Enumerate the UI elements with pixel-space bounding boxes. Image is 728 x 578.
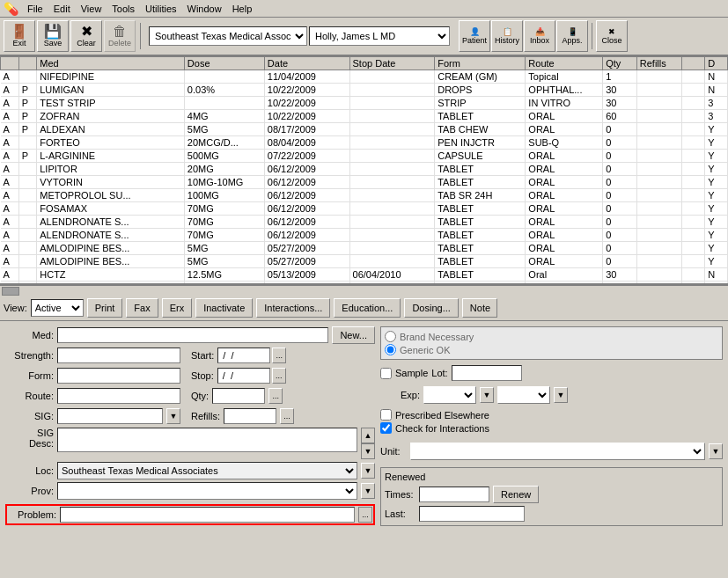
problem-picker[interactable]: ... [358,507,372,523]
table-cell: 70MG [184,202,264,216]
exp-month-dropdown[interactable]: ▼ [480,387,494,403]
table-row[interactable]: APALDEXAN5MG08/17/2009TAB CHEWORAL0Y [1,123,728,136]
delete-button[interactable]: 🗑 Delete [104,20,136,52]
menu-view[interactable]: View [76,3,107,15]
col-header-date[interactable]: Date [264,57,349,70]
times-input[interactable] [419,487,489,502]
med-input[interactable] [57,327,328,343]
medications-table-area[interactable]: Med Dose Date Stop Date Form Route Qty R… [0,56,728,285]
col-header-refills[interactable]: Refills [636,57,682,70]
provider-select[interactable]: Holly, James L MD [309,26,450,46]
lot-input[interactable] [452,365,522,381]
table-row[interactable]: AAMLODIPINE BES...5MG05/27/2009TABLETORA… [1,255,728,268]
sig-dropdown-btn[interactable]: ▼ [166,408,180,424]
exp-month-select[interactable] [423,386,476,404]
unit-dropdown-btn[interactable]: ▼ [709,443,723,459]
sig-desc-scroll-down[interactable]: ▼ [361,443,375,459]
col-header-d[interactable]: D [705,57,728,70]
stop-date-input[interactable] [217,368,270,384]
sample-checkbox[interactable] [380,368,392,379]
col-header-med[interactable]: Med [37,57,185,70]
prov-select[interactable] [57,482,357,500]
table-cell [682,216,705,229]
renew-button[interactable]: Renew [493,486,539,503]
sig-desc-scroll-up[interactable]: ▲ [361,428,375,443]
route-input[interactable] [57,388,180,404]
table-row[interactable]: APL-ARGININE500MG07/22/2009CAPSULEORAL0Y [1,150,728,163]
exp-year-select[interactable] [497,386,550,404]
table-row[interactable]: APTEST STRIP10/22/2009STRIPIN VITRO303 [1,97,728,110]
col-header-route[interactable]: Route [526,57,603,70]
table-row[interactable]: ANIFEDIPINE11/04/2009CREAM (GM)Topical1N [1,70,728,84]
prov-dropdown-btn[interactable]: ▼ [361,483,375,499]
note-button[interactable]: Note [462,298,497,318]
horizontal-scrollbar[interactable] [0,285,728,296]
start-date-picker[interactable]: ... [272,348,286,363]
table-row[interactable]: AHCTZ12.5MG05/13/200906/04/2010TABLETOra… [1,268,728,282]
menu-file[interactable]: File [22,3,48,15]
table-row[interactable]: ALIPITOR20MG06/12/2009TABLETORAL0Y [1,163,728,176]
refills-input[interactable] [224,408,276,424]
interactions-button[interactable]: Interactions... [256,298,330,318]
problem-input[interactable] [60,507,355,523]
sig-input[interactable] [57,408,163,424]
loc-dropdown-btn[interactable]: ▼ [361,463,375,479]
prescribed-elsewhere-checkbox[interactable] [380,409,392,421]
view-select[interactable]: Active Inactive All [31,299,84,317]
table-row[interactable]: APZOFRAN4MG10/22/2009TABLETORAL603 [1,110,728,123]
col-header-qty[interactable]: Qty [603,57,637,70]
inbox-button[interactable]: 📥 Inbox [524,20,555,52]
col-header-dose[interactable]: Dose [184,57,264,70]
stop-date-picker[interactable]: ... [272,368,286,384]
menu-tools[interactable]: Tools [107,3,140,15]
brand-necessary-radio[interactable] [385,331,396,342]
close-button[interactable]: ✖ Close [596,20,628,52]
qty-input[interactable] [212,388,265,404]
exit-button[interactable]: 🚪 Exit [4,20,35,52]
table-row[interactable]: AMETOPROLOL SU...100MG06/12/2009TAB SR 2… [1,189,728,202]
table-cell: L-ARGININE [37,150,185,163]
print-button[interactable]: Print [87,298,123,318]
table-cell [682,229,705,242]
exp-year-dropdown[interactable]: ▼ [554,387,568,403]
new-med-button[interactable]: New... [332,326,375,344]
patient-select[interactable]: Southeast Texas Medical Associ [149,26,307,46]
patient-button[interactable]: 👤 Patient [459,20,490,52]
table-row[interactable]: AFORTEO20MCG/D...08/04/2009PEN INJCTRSUB… [1,136,728,150]
col-header-stop[interactable]: Stop Date [349,57,435,70]
menu-utilities[interactable]: Utilities [140,3,181,15]
history-button[interactable]: 📋 History [491,20,523,52]
inactivate-button[interactable]: Inactivate [195,298,253,318]
menu-edit[interactable]: Edit [48,3,76,15]
menu-help[interactable]: Help [227,3,258,15]
col-header-form[interactable]: Form [435,57,526,70]
app-icon: 💊 [4,2,18,16]
refills-picker[interactable]: ... [280,408,294,424]
table-row[interactable]: APLUMIGAN0.03%10/22/2009DROPSOPHTHAL...3… [1,84,728,97]
clear-button[interactable]: ✖ Clear [70,20,102,52]
table-row[interactable]: AALENDRONATE S...70MG06/12/2009TABLETORA… [1,216,728,229]
check-interactions-checkbox[interactable] [380,422,392,434]
fax-button[interactable]: Fax [126,298,158,318]
education-button[interactable]: Education... [334,298,401,318]
menu-window[interactable]: Window [182,3,227,15]
strength-input[interactable] [57,348,180,363]
stop-label: Stop: [191,370,214,381]
dosing-button[interactable]: Dosing... [404,298,458,318]
table-row[interactable]: AVYTORIN10MG-10MG06/12/2009TABLETORAL0Y [1,176,728,189]
start-date-input[interactable] [217,348,270,363]
unit-select[interactable] [410,443,705,460]
erx-button[interactable]: Erx [162,298,193,318]
form-input[interactable] [57,368,180,384]
save-button[interactable]: 💾 Save [37,20,69,52]
sig-desc-textarea[interactable] [57,428,357,452]
apps-button[interactable]: 📱 Apps. [556,20,588,52]
generic-ok-radio[interactable] [385,344,396,355]
table-row[interactable]: AAMLODIPINE BES...5MG05/27/2009TABLETORA… [1,242,728,255]
qty-picker[interactable]: ... [268,388,283,404]
table-row[interactable]: AFOSAMAX70MG06/12/2009TABLETORAL0Y [1,202,728,216]
loc-select[interactable]: Southeast Texas Medical Associates [57,462,357,479]
table-row[interactable]: AALENDRONATE S...70MG06/12/2009TABLETORA… [1,229,728,242]
scrollbar-thumb[interactable] [2,287,19,296]
last-input[interactable] [419,506,525,522]
